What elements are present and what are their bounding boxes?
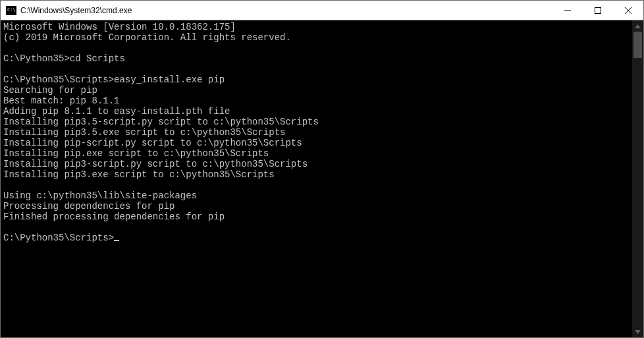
vertical-scrollbar[interactable] (632, 20, 643, 337)
cmd-icon (6, 6, 16, 15)
svg-marker-5 (635, 330, 641, 334)
terminal-output[interactable]: Microsoft Windows [Version 10.0.18362.17… (1, 20, 632, 337)
svg-rect-1 (595, 7, 601, 13)
close-button[interactable] (613, 1, 643, 20)
maximize-button[interactable] (583, 1, 613, 20)
scroll-up-arrow-icon[interactable] (632, 20, 643, 32)
scrollbar-thumb[interactable] (633, 32, 642, 58)
minimize-button[interactable] (552, 1, 583, 20)
terminal-area: Microsoft Windows [Version 10.0.18362.17… (1, 20, 643, 337)
scroll-down-arrow-icon[interactable] (632, 326, 643, 337)
svg-marker-4 (635, 24, 641, 28)
terminal-cursor (114, 240, 119, 241)
window-controls (552, 1, 643, 20)
window-titlebar[interactable]: C:\Windows\System32\cmd.exe (1, 1, 643, 20)
window-title: C:\Windows\System32\cmd.exe (20, 6, 552, 15)
